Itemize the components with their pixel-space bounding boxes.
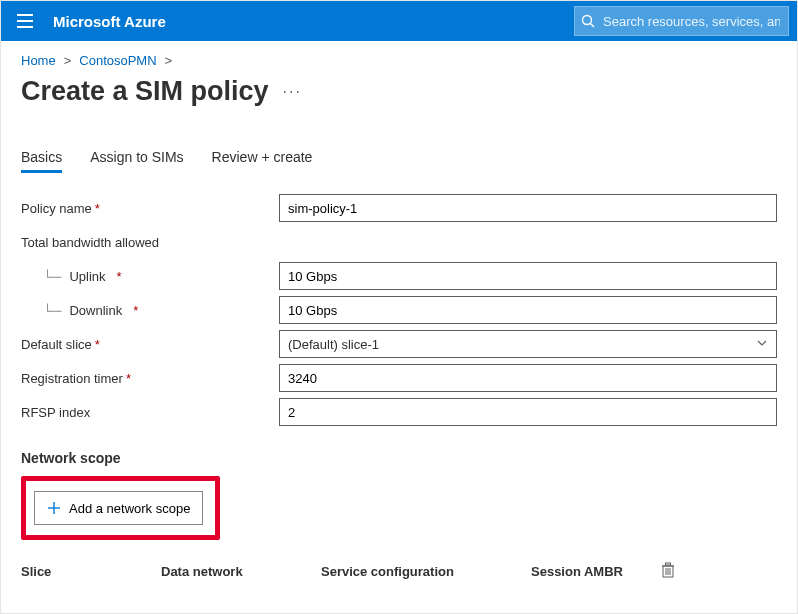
brand-label: Microsoft Azure [53,13,166,30]
uplink-label: └─Uplink* [21,269,269,284]
default-slice-label: Default slice* [21,337,279,352]
search-icon [581,14,595,28]
bandwidth-label: Total bandwidth allowed [21,235,279,250]
tab-basics[interactable]: Basics [21,143,62,173]
delete-column-icon[interactable] [661,562,675,581]
svg-rect-2 [17,26,33,28]
default-slice-value: (Default) slice-1 [288,337,379,352]
tab-assign[interactable]: Assign to SIMs [90,143,183,173]
tab-review[interactable]: Review + create [212,143,313,173]
top-bar: Microsoft Azure [1,1,797,41]
rfsp-input[interactable] [279,398,777,426]
add-network-scope-label: Add a network scope [69,501,190,516]
svg-line-4 [591,24,595,28]
form-basics: Policy name* Total bandwidth allowed └─U… [21,192,777,581]
more-actions-button[interactable]: ··· [283,83,302,101]
tab-strip: Basics Assign to SIMs Review + create [21,143,777,174]
downlink-label: └─Downlink* [21,303,269,318]
add-network-scope-button[interactable]: Add a network scope [34,491,203,525]
trash-icon [661,562,675,578]
rfsp-label: RFSP index [21,405,279,420]
breadcrumb: Home > ContosoPMN > [21,53,777,68]
col-slice: Slice [21,564,161,579]
col-service-config: Service configuration [321,564,531,579]
breadcrumb-sep: > [165,53,173,68]
svg-rect-0 [17,14,33,16]
hamburger-icon [17,14,33,28]
svg-rect-11 [666,563,671,565]
network-scope-title: Network scope [21,450,777,466]
col-data-network: Data network [161,564,321,579]
menu-button[interactable] [9,5,41,37]
policy-name-label: Policy name* [21,201,279,216]
scope-table-header: Slice Data network Service configuration… [21,562,777,581]
svg-point-3 [583,16,592,25]
breadcrumb-resource[interactable]: ContosoPMN [79,53,156,68]
page-title: Create a SIM policy [21,76,269,107]
policy-name-input[interactable] [279,194,777,222]
search-input[interactable] [601,13,782,30]
downlink-input[interactable] [279,296,777,324]
uplink-input[interactable] [279,262,777,290]
plus-icon [47,501,61,515]
search-box[interactable] [574,6,789,36]
breadcrumb-sep: > [64,53,72,68]
breadcrumb-home[interactable]: Home [21,53,56,68]
highlight-callout: Add a network scope [21,476,220,540]
col-session-ambr: Session AMBR [531,564,661,579]
default-slice-select[interactable]: (Default) slice-1 [279,330,777,358]
reg-timer-label: Registration timer* [21,371,279,386]
svg-rect-1 [17,20,33,22]
chevron-down-icon [756,337,768,352]
reg-timer-input[interactable] [279,364,777,392]
